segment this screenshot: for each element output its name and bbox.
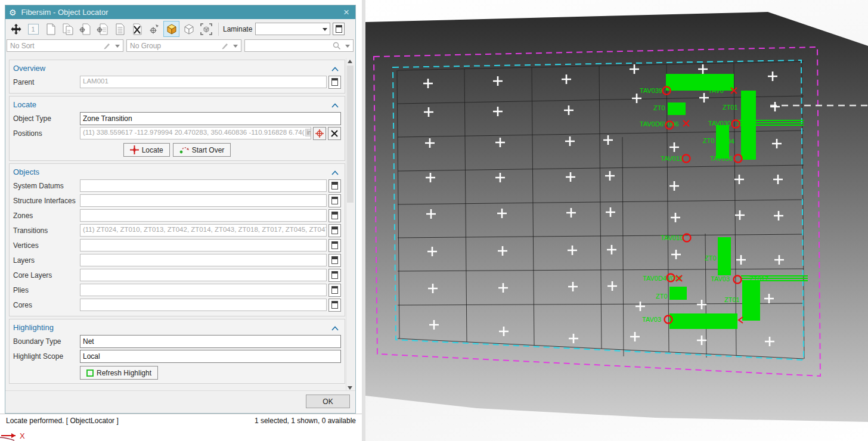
shaded-cube-view-button[interactable]: [163, 21, 179, 37]
highlighted-transition-stripe: [737, 125, 804, 126]
structure-interfaces-field[interactable]: [80, 194, 327, 207]
chevron-down-icon: [345, 45, 350, 48]
laminate-combobox[interactable]: [255, 23, 330, 35]
zones-field[interactable]: [80, 209, 327, 222]
move-icon: [10, 23, 22, 35]
object-label: ZT0: [653, 104, 665, 111]
report-document-icon: [114, 23, 125, 35]
layers-field[interactable]: [80, 254, 327, 266]
vertices-list-button[interactable]: [328, 239, 341, 252]
vertical-scrollbar[interactable]: [346, 58, 354, 391]
clear-document-icon: [131, 23, 143, 35]
wireframe-cube-view-button[interactable]: [181, 21, 197, 37]
collapse-chevron-icon[interactable]: [331, 100, 339, 110]
core-layers-field[interactable]: [80, 269, 327, 281]
clear-document-button[interactable]: [129, 21, 145, 37]
positions-field[interactable]: (11) 338.559617 -112.979994 20.470283, 3…: [80, 127, 311, 139]
plies-label: Plies: [13, 286, 80, 294]
copy-document-button[interactable]: [60, 21, 76, 37]
selection-count: 1 selected, 1 shown, 0 available: [255, 417, 356, 425]
highlight-scope-combobox[interactable]: Local: [80, 350, 341, 363]
highlighted-transition-stripe: [737, 120, 804, 121]
scroll-down-icon[interactable]: [348, 386, 352, 390]
object-type-combobox[interactable]: Zone Transition: [80, 112, 341, 125]
object-label: ZT01: [724, 296, 740, 303]
object-label: ZT0: [705, 254, 717, 262]
pencil-icon: [103, 42, 111, 51]
x-icon: [330, 129, 339, 138]
locate-title: Locate: [13, 100, 331, 109]
transitions-list-button[interactable]: [328, 224, 341, 237]
list-icon: [331, 241, 338, 249]
toolbar: 1: [5, 19, 355, 39]
axis-label: X: [20, 431, 25, 440]
new-document-button[interactable]: [42, 21, 58, 37]
plies-list-button[interactable]: [328, 284, 341, 297]
transitions-field[interactable]: (11) ZT024, ZT010, ZT013, ZT042, ZT014, …: [80, 224, 327, 237]
ok-button[interactable]: OK: [306, 395, 350, 408]
collapse-chevron-icon[interactable]: [331, 63, 339, 74]
status-message: Locate performed. [ ObjectLocator ]: [6, 417, 255, 425]
locate-document-button[interactable]: [77, 21, 93, 37]
title-bar[interactable]: ⚙ Fibersim - Object Locator ×: [5, 5, 355, 19]
report-document-button[interactable]: [111, 21, 128, 37]
system-datums-list-button[interactable]: [328, 179, 341, 192]
sort-combobox[interactable]: No Sort: [7, 39, 123, 52]
structure-interfaces-list-button[interactable]: [328, 194, 341, 207]
vertices-field[interactable]: [80, 239, 327, 251]
toolbar-separator: [218, 23, 219, 36]
single-select-button[interactable]: 1: [25, 21, 41, 37]
collapse-chevron-icon[interactable]: [331, 167, 339, 178]
object-label: T04: [723, 138, 734, 145]
collapse-chevron-icon[interactable]: [331, 322, 339, 333]
viewport-canvas[interactable]: TAV039TAV0ZT0ZT01TAV0D6V006TAV030ZT0T04T…: [362, 0, 868, 441]
boundary-type-value: Net: [83, 337, 94, 346]
group-combobox[interactable]: No Group: [126, 39, 241, 52]
laminate-list-button[interactable]: [333, 23, 345, 35]
system-datums-field[interactable]: [80, 179, 327, 192]
list-icon: [331, 286, 338, 294]
wireframe-cube-icon: [182, 23, 196, 36]
cores-field[interactable]: [80, 299, 327, 311]
layers-label: Layers: [13, 256, 80, 265]
overview-title: Overview: [13, 64, 331, 73]
boundary-type-combobox[interactable]: Net: [80, 335, 341, 348]
list-icon: [336, 25, 342, 33]
crosshair-icon: [315, 129, 324, 138]
shaded-cube-icon: [165, 23, 178, 36]
chevron-down-icon: [323, 28, 327, 31]
status-bar: Locate performed. [ ObjectLocator ] 1 se…: [0, 414, 362, 427]
fit-view-button[interactable]: [198, 21, 214, 37]
clear-positions-button[interactable]: [328, 127, 341, 140]
app-root: ⚙ Fibersim - Object Locator × 1: [0, 0, 868, 441]
close-icon[interactable]: ×: [341, 7, 352, 17]
scroll-up-icon[interactable]: [348, 60, 352, 63]
plies-field[interactable]: [80, 284, 327, 296]
start-over-icon: [179, 146, 189, 154]
search-input[interactable]: [244, 39, 354, 52]
refresh-highlight-button[interactable]: Refresh Highlight: [80, 366, 158, 380]
object-label: TAV010: [661, 234, 683, 241]
zones-list-button[interactable]: [328, 209, 341, 222]
core-layers-list-button[interactable]: [328, 269, 341, 282]
parent-field[interactable]: LAM001: [80, 76, 327, 88]
cores-list-button[interactable]: [328, 299, 341, 312]
positions-label: Positions: [13, 129, 80, 138]
layers-list-button[interactable]: [328, 254, 341, 267]
locate-document-details-button[interactable]: [94, 21, 110, 37]
move-tool-button[interactable]: [8, 21, 24, 37]
pencil-icon: [221, 42, 229, 51]
sort-placeholder: No Sort: [10, 42, 35, 50]
parent-list-button[interactable]: [328, 76, 341, 89]
pick-locate-button[interactable]: [146, 21, 162, 37]
object-label: TAV03: [711, 275, 730, 282]
laminate-label: Laminate: [223, 25, 252, 33]
graphics-viewport[interactable]: TAV039TAV0ZT0ZT01TAV0D6V006TAV030ZT0T04T…: [362, 0, 868, 441]
pick-positions-button[interactable]: [313, 127, 326, 140]
highlighting-title: Highlighting: [13, 323, 331, 332]
object-label: TAV039: [640, 87, 662, 94]
scroll-thumb[interactable]: [347, 66, 354, 203]
locate-button[interactable]: Locate: [123, 143, 170, 157]
locate-group: Locate Object Type Zone Transition P: [9, 96, 345, 161]
start-over-button[interactable]: Start Over: [173, 143, 231, 157]
